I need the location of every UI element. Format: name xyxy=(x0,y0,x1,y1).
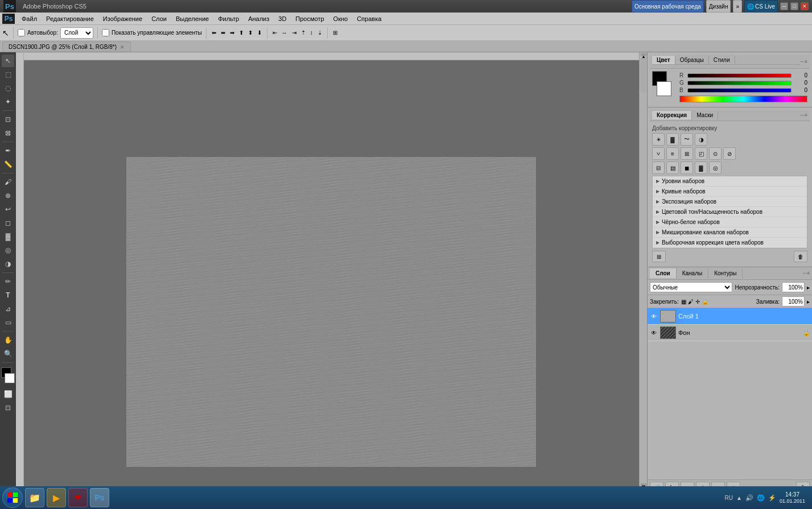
vscroll-up[interactable]: ▲ xyxy=(641,53,646,56)
menu-file[interactable]: Файл xyxy=(17,14,42,23)
tool-magic-wand[interactable]: ✦ xyxy=(2,96,14,108)
corr-gradmap-icon[interactable]: ▓ xyxy=(695,162,707,174)
menu-view[interactable]: Просмотр xyxy=(291,14,328,23)
corr-levels-icon[interactable]: ▓ xyxy=(666,133,679,146)
corr-colorbalance-icon[interactable]: ⊞ xyxy=(681,147,693,160)
vertical-scrollbar[interactable]: ▲ ▼ xyxy=(639,52,647,487)
tab-color[interactable]: Цвет xyxy=(652,56,675,64)
lock-all-icon[interactable]: 🔒 xyxy=(702,299,708,305)
blend-mode-select[interactable]: Обычные Растворение Умножение xyxy=(650,282,732,292)
lock-transparent-icon[interactable]: ▦ xyxy=(681,299,686,305)
tool-hand[interactable]: ✋ xyxy=(2,334,14,346)
tool-type[interactable]: T xyxy=(2,289,14,301)
corr-channelmix-icon[interactable]: ⊘ xyxy=(723,147,736,160)
color-swatches[interactable] xyxy=(1,367,15,383)
corr-posterize-icon[interactable]: ▤ xyxy=(666,162,679,174)
lock-paint-icon[interactable]: 🖌 xyxy=(688,299,694,305)
menu-filter[interactable]: Фильтр xyxy=(213,14,244,23)
corr-item-3[interactable]: ▶ Цветовой тон/Насыщенность наборов xyxy=(653,207,807,217)
corr-curves-icon[interactable]: 〜 xyxy=(681,133,693,146)
distribute-left-icon[interactable]: ⇤ xyxy=(271,28,278,37)
auto-icon[interactable]: ⊞ xyxy=(332,28,339,37)
layer-eye-0[interactable]: 👁 xyxy=(650,312,658,320)
tab-swatches[interactable]: Образцы xyxy=(675,56,709,64)
tool-slice[interactable]: ⊠ xyxy=(2,127,14,139)
corr-photofilter-icon[interactable]: ⊙ xyxy=(709,147,722,160)
autosource-select[interactable]: Слой Группа xyxy=(60,27,93,39)
distribute-right-icon[interactable]: ⇥ xyxy=(291,28,298,37)
menu-window[interactable]: Окно xyxy=(329,14,353,23)
corr-item-0[interactable]: ▶ Уровни наборов xyxy=(653,176,807,187)
menu-image[interactable]: Изображение xyxy=(98,14,147,23)
layer-row-0[interactable]: 👁 Слой 1 xyxy=(648,308,812,325)
tool-path-select[interactable]: ⊿ xyxy=(2,303,14,315)
cslive-button[interactable]: 🌐 CS Live xyxy=(744,0,778,13)
align-center-v-icon[interactable]: ⬍ xyxy=(247,28,254,37)
autosource-checkbox[interactable] xyxy=(18,29,25,36)
panel-minimize-icon[interactable]: ─ xyxy=(801,59,804,64)
document-tab[interactable]: DSCN1900.JPG @ 25% (Слой 1, RGB/8*) ✕ xyxy=(2,42,131,52)
menu-layers[interactable]: Слои xyxy=(147,14,171,23)
corr-hsl-icon[interactable]: ≡ xyxy=(666,147,679,160)
tab-paths[interactable]: Контуры xyxy=(708,268,743,278)
tool-quick-mask[interactable]: ⬜ xyxy=(2,388,14,400)
corr-clip-btn[interactable]: ⊞ xyxy=(652,251,666,262)
r-slider[interactable] xyxy=(687,73,792,78)
b-slider[interactable] xyxy=(687,88,792,93)
corr-item-4[interactable]: ▶ Чёрно-белое наборов xyxy=(653,217,807,227)
tool-brush[interactable]: 🖌 xyxy=(2,176,14,188)
minimize-button[interactable]: ─ xyxy=(780,2,788,10)
tab-masks[interactable]: Маски xyxy=(692,111,718,119)
panel-menu-icon[interactable]: ≡ xyxy=(805,59,807,64)
tab-channels[interactable]: Каналы xyxy=(677,268,709,278)
yoast-button[interactable]: ❤ xyxy=(68,488,88,507)
explorer-button[interactable]: 📁 xyxy=(25,488,44,507)
menu-3d[interactable]: 3D xyxy=(274,14,291,23)
tool-dodge[interactable]: ◑ xyxy=(2,258,14,270)
corr-vibrance-icon[interactable]: V xyxy=(652,147,665,160)
background-color[interactable] xyxy=(5,373,15,383)
start-button[interactable] xyxy=(2,487,23,508)
align-center-h-icon[interactable]: ⬌ xyxy=(220,28,226,37)
tool-gradient[interactable]: ▓ xyxy=(2,230,14,243)
fill-input[interactable] xyxy=(782,296,805,307)
corr-threshold-icon[interactable]: ◼ xyxy=(681,162,693,174)
corr-item-6[interactable]: ▶ Выборочная коррекция цвета наборов xyxy=(653,238,807,248)
vscroll-thumb[interactable] xyxy=(641,58,646,92)
tab-close-button[interactable]: ✕ xyxy=(120,44,125,50)
corr-invert-icon[interactable]: ⊟ xyxy=(652,162,665,174)
tab-corrections[interactable]: Коррекция xyxy=(652,111,692,119)
tool-eyedropper[interactable]: ✒ xyxy=(2,144,14,157)
menu-edit[interactable]: Редактирование xyxy=(42,14,98,23)
distribute-center-h-icon[interactable]: ↔ xyxy=(281,28,288,37)
distribute-bottom-icon[interactable]: ⇣ xyxy=(316,28,323,37)
tool-history-brush[interactable]: ↩ xyxy=(2,203,14,216)
distribute-center-v-icon[interactable]: ↕ xyxy=(309,28,314,37)
tool-crop[interactable]: ⊡ xyxy=(2,113,14,126)
tab-styles[interactable]: Стили xyxy=(709,56,735,64)
tool-shape[interactable]: ▭ xyxy=(2,316,14,329)
tool-ruler[interactable]: 📏 xyxy=(2,158,14,171)
background-swatch[interactable] xyxy=(657,81,671,96)
maximize-button[interactable]: □ xyxy=(790,2,798,10)
menu-help[interactable]: Справка xyxy=(352,14,386,23)
align-right-icon[interactable]: ➡ xyxy=(229,28,236,37)
color-spectrum[interactable] xyxy=(679,96,807,102)
tool-pen[interactable]: ✏ xyxy=(2,275,14,288)
tool-blur[interactable]: ◎ xyxy=(2,244,14,256)
layers-minimize-icon[interactable]: ─ xyxy=(803,271,806,276)
g-slider[interactable] xyxy=(687,81,792,85)
photoshop-taskbar-button[interactable]: Ps xyxy=(90,488,109,507)
tool-screen-mode[interactable]: ⊡ xyxy=(2,402,14,414)
align-top-icon[interactable]: ⬆ xyxy=(238,28,245,37)
extend-panel-button[interactable]: » xyxy=(733,0,742,13)
workspace-button[interactable]: Основная рабочая среда xyxy=(632,0,704,13)
layer-eye-1[interactable]: 👁 xyxy=(650,329,658,337)
opacity-arrow-icon[interactable]: ▸ xyxy=(807,284,810,291)
layers-menu-icon[interactable]: ≡ xyxy=(807,271,810,276)
align-bottom-icon[interactable]: ⬇ xyxy=(256,28,263,37)
tool-marquee[interactable]: ⬚ xyxy=(2,68,14,81)
menu-select[interactable]: Выделение xyxy=(171,14,213,23)
corr-item-2[interactable]: ▶ Экспозиция наборов xyxy=(653,197,807,207)
vscroll-down[interactable]: ▼ xyxy=(641,483,646,486)
